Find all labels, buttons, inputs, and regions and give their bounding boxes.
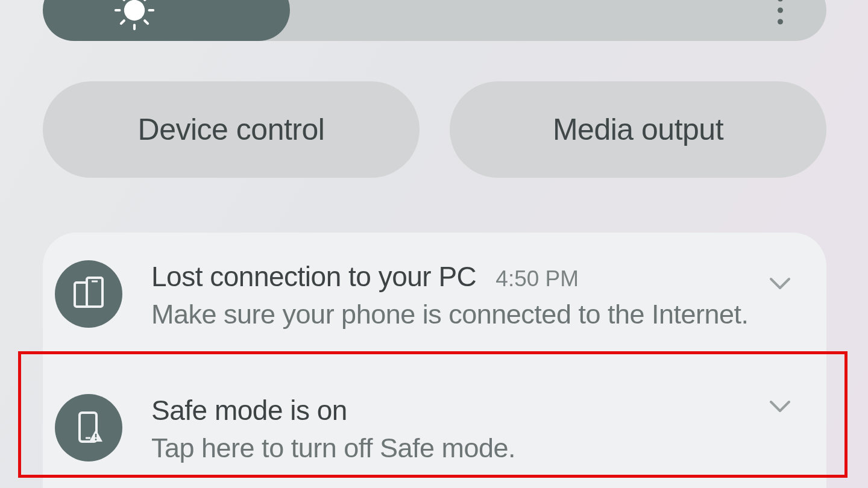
notification-subtitle: Tap here to turn off Safe mode. — [151, 433, 793, 464]
quick-actions-row: Device control Media output — [43, 81, 826, 178]
brightness-sun-icon — [113, 0, 156, 32]
brightness-fill — [43, 0, 290, 41]
media-output-button[interactable]: Media output — [450, 81, 826, 178]
notification-time: 4:50 PM — [495, 266, 579, 292]
notification-body: Safe mode is on Tap here to turn off Saf… — [151, 392, 793, 464]
notification-item[interactable]: Lost connection to your PC 4:50 PM Make … — [43, 233, 826, 355]
notification-subtitle: Make sure your phone is connected to the… — [151, 299, 793, 330]
chevron-down-icon[interactable] — [761, 388, 799, 428]
media-output-label: Media output — [553, 112, 723, 147]
device-control-label: Device control — [138, 112, 325, 147]
safe-mode-icon — [55, 394, 122, 461]
device-control-button[interactable]: Device control — [43, 81, 420, 178]
notification-body: Lost connection to your PC 4:50 PM Make … — [151, 258, 793, 330]
svg-line-6 — [145, 20, 148, 23]
phone-link-icon — [55, 260, 122, 328]
svg-point-16 — [95, 439, 97, 440]
svg-point-0 — [124, 0, 145, 20]
more-options-icon[interactable] — [770, 0, 790, 35]
chevron-down-icon[interactable] — [761, 265, 799, 305]
svg-line-7 — [121, 20, 124, 23]
notification-item[interactable]: Safe mode is on Tap here to turn off Saf… — [43, 355, 826, 488]
notification-panel: Lost connection to your PC 4:50 PM Make … — [43, 233, 826, 488]
brightness-slider[interactable] — [43, 0, 826, 41]
notification-title: Lost connection to your PC — [151, 260, 476, 293]
notification-title: Safe mode is on — [151, 394, 347, 427]
